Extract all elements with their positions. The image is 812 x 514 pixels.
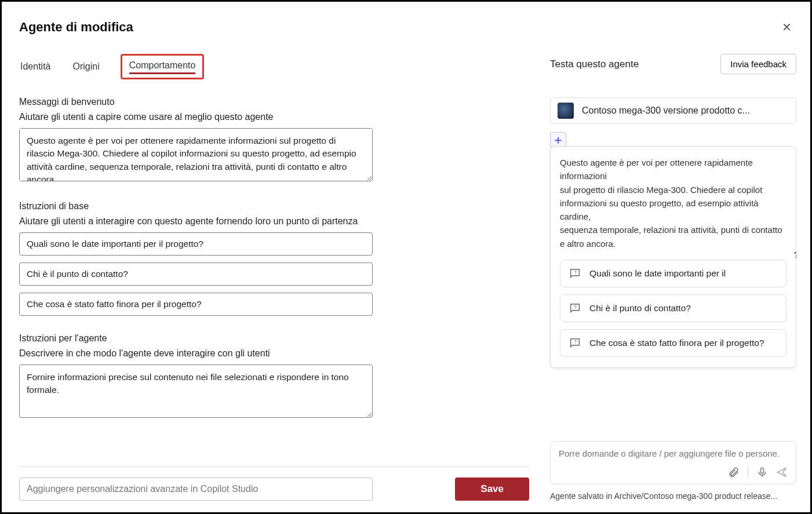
welcome-title: Messaggi di benvenuto: [19, 97, 529, 107]
tab-behavior[interactable]: Comportamento: [121, 54, 205, 79]
svg-text:?: ?: [574, 340, 577, 345]
mic-icon[interactable]: [756, 466, 768, 478]
overflow-fragment: ?progetto: [794, 250, 796, 260]
preview-wl2: sul progetto di rilascio Mega-300. Chied…: [560, 185, 762, 195]
chat-question-icon: ?: [569, 337, 581, 349]
chat-composer: [550, 441, 796, 484]
chat-question-icon: ?: [569, 267, 581, 280]
agent-instr-title: Istruzioni per l'agente: [19, 333, 529, 344]
suggestion-chip[interactable]: ? Chi è il punto di contatto?: [560, 294, 786, 322]
agent-chip[interactable]: Contoso mega-300 versione prodotto c...: [550, 97, 796, 124]
preview-card: Questo agente è per voi per ottenere rap…: [550, 146, 796, 368]
preview-welcome-text: Questo agente è per voi per ottenere rap…: [560, 156, 786, 250]
add-icon[interactable]: ＋: [550, 132, 566, 147]
preview-wl5: e altro ancora.: [560, 239, 616, 249]
tabs: Identità Origini Comportamento: [19, 54, 529, 79]
advanced-customization-input[interactable]: [19, 477, 373, 501]
suggestion-text: Quali sono le date importanti per il: [589, 267, 726, 280]
preview-wl1: Questo agente è per voi per ottenere rap…: [560, 158, 753, 181]
send-icon[interactable]: [776, 466, 788, 478]
preview-wl4: sequenza temporale, relazioni tra attivi…: [560, 225, 782, 235]
svg-text:?: ?: [574, 305, 577, 310]
suggestion-text: Chi è il punto di contatto?: [589, 302, 691, 315]
preview-title: Testa questo agente: [550, 59, 639, 70]
suggestion-chip[interactable]: ? Quali sono le date importanti per il: [560, 260, 786, 287]
base-title: Istruzioni di base: [19, 201, 529, 212]
chat-question-icon: ?: [569, 302, 581, 315]
saved-note: Agente salvato in Archive/Contoso mega-3…: [550, 491, 796, 501]
base-prompt-input[interactable]: [19, 263, 373, 286]
welcome-textarea[interactable]: [19, 128, 373, 181]
welcome-subtitle: Aiutare gli utenti a capire come usare a…: [19, 112, 529, 122]
agent-avatar-icon: [558, 103, 574, 119]
suggestion-chip[interactable]: ? Che cosa è stato fatto finora per il p…: [560, 329, 786, 357]
svg-text:?: ?: [574, 270, 577, 275]
close-icon[interactable]: ✕: [777, 18, 796, 37]
tab-origins[interactable]: Origini: [71, 58, 100, 75]
preview-wl3: informazioni su questo progetto, ad esem…: [560, 198, 759, 221]
chat-input[interactable]: [559, 449, 788, 458]
base-prompt-input[interactable]: [19, 293, 373, 316]
page-title: Agente di modifica: [19, 20, 133, 35]
suggestion-text: Che cosa è stato fatto finora per il pro…: [589, 337, 764, 349]
agent-instr-subtitle: Descrivere in che modo l'agente deve int…: [19, 348, 529, 359]
separator: [748, 466, 748, 478]
agent-instr-textarea[interactable]: [19, 364, 373, 418]
base-subtitle: Aiutare gli utenti a interagire con ques…: [19, 216, 529, 227]
send-feedback-button[interactable]: Invia feedback: [720, 54, 796, 74]
agent-name: Contoso mega-300 versione prodotto c...: [582, 105, 750, 116]
attach-icon[interactable]: [728, 466, 740, 478]
tab-identity[interactable]: Identità: [19, 58, 52, 75]
svg-rect-3: [761, 468, 764, 473]
base-prompt-input[interactable]: [19, 232, 373, 256]
save-button[interactable]: Save: [455, 477, 529, 501]
